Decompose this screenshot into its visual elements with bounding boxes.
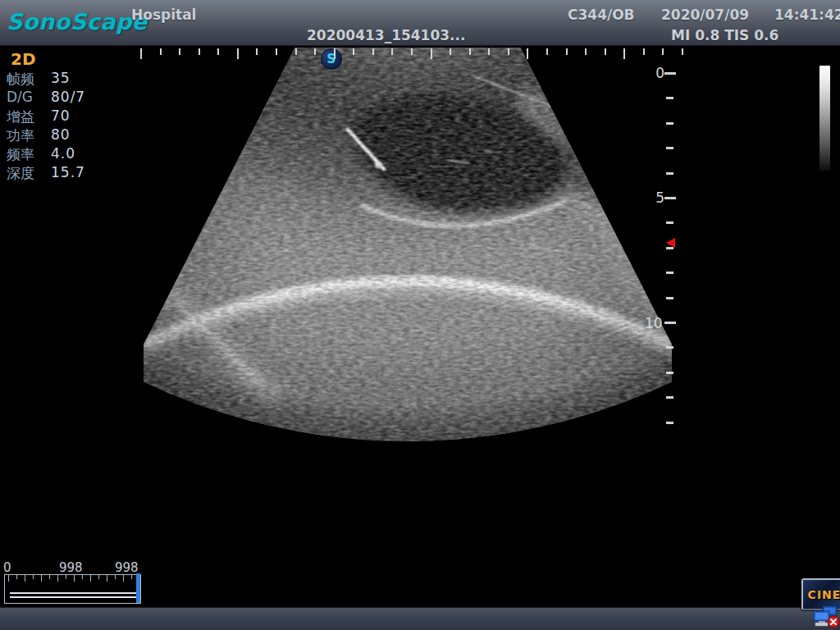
ruler-tick	[666, 422, 673, 424]
ruler-tick	[666, 272, 673, 274]
ruler-tick	[662, 48, 664, 55]
ruler-tick	[666, 372, 673, 374]
ruler-tick	[643, 48, 645, 55]
cine-progress-line	[10, 592, 140, 594]
ruler-tick	[546, 48, 548, 55]
ruler-tick	[585, 48, 587, 55]
system-date: 2020/07/09	[661, 7, 749, 23]
ruler-tick	[217, 48, 219, 55]
focus-position-marker[interactable]	[666, 238, 675, 248]
cine-tick	[131, 575, 132, 579]
ruler-tick	[372, 48, 374, 55]
cine-tick	[90, 575, 91, 582]
ruler-tick	[664, 197, 676, 199]
ultrasound-image[interactable]	[0, 45, 840, 574]
cine-tick	[98, 575, 99, 579]
cine-tick	[8, 575, 9, 582]
cine-tick	[74, 575, 75, 582]
cine-frame-total: 998	[115, 560, 139, 575]
cine-tick	[49, 575, 50, 579]
ruler-tick	[140, 48, 142, 59]
orientation-marker: S	[321, 48, 342, 70]
ruler-tick	[666, 97, 673, 99]
ruler-tick	[488, 48, 490, 55]
ruler-tick	[295, 48, 297, 55]
ruler-tick	[256, 48, 258, 55]
depth-label-0: 0	[648, 65, 664, 81]
cine-tick	[66, 575, 66, 579]
ruler-tick	[666, 172, 673, 175]
ruler-tick	[666, 122, 673, 125]
cine-scrubber-thumb[interactable]	[136, 573, 140, 603]
ultrasound-screen: { "header": { "brand": "SonoScape", "hos…	[0, 0, 840, 630]
cine-tick	[25, 575, 25, 582]
cine-button-label: CINE	[808, 588, 840, 601]
ruler-tick	[314, 48, 316, 55]
cine-scale-start: 0	[3, 560, 11, 575]
cine-tick	[33, 575, 34, 579]
ruler-tick	[527, 48, 528, 59]
header-bar: SonoScape Hospital C344/OB 2020/07/09 14…	[0, 0, 840, 46]
status-bar	[0, 607, 840, 630]
ruler-tick	[391, 48, 393, 55]
cine-tick	[123, 575, 124, 582]
ruler-tick	[237, 48, 239, 59]
cine-frame-current: 998	[59, 560, 83, 575]
depth-label-10: 10	[645, 315, 661, 331]
grayscale-bar	[819, 66, 830, 171]
depth-label-5: 5	[648, 189, 664, 206]
cine-tick	[115, 575, 116, 579]
sector-fan	[115, 45, 705, 574]
ruler-tick	[179, 48, 180, 55]
exam-file-name: 20200413_154103...	[307, 27, 465, 43]
ruler-tick	[334, 48, 336, 59]
cine-tick	[16, 575, 17, 579]
ruler-tick	[431, 48, 432, 59]
cine-tick	[57, 575, 58, 582]
ruler-tick	[666, 221, 673, 224]
ruler-tick	[276, 48, 277, 55]
cine-tick	[82, 575, 83, 579]
ruler-tick	[666, 297, 673, 299]
ruler-tick	[411, 48, 413, 55]
ruler-tick	[605, 48, 606, 55]
ruler-tick	[666, 147, 673, 149]
ruler-tick	[469, 48, 471, 55]
cine-progress-line	[10, 596, 140, 598]
probe-preset: C344/OB	[568, 7, 635, 23]
ruler-tick	[666, 346, 673, 349]
cine-tick	[41, 575, 42, 582]
ruler-tick	[508, 48, 509, 55]
cine-tick	[107, 575, 107, 582]
mi-tis-readout: MI 0.8 TIS 0.6	[671, 27, 778, 43]
cine-scrubber[interactable]	[4, 574, 141, 604]
hospital-name: Hospital	[131, 7, 196, 23]
system-time: 14:41:42	[774, 7, 840, 23]
ruler-tick	[160, 48, 162, 55]
ruler-tick	[664, 322, 676, 324]
ruler-tick	[566, 48, 568, 55]
ruler-tick	[450, 48, 451, 55]
ruler-tick	[353, 48, 354, 55]
ruler-tick	[623, 48, 625, 59]
ruler-tick	[666, 396, 673, 399]
ruler-tick	[199, 48, 200, 55]
brand-logo: SonoScape	[7, 9, 148, 34]
ruler-tick	[664, 72, 676, 75]
network-disconnected-icon[interactable]	[813, 605, 840, 628]
ruler-tick	[682, 48, 683, 55]
